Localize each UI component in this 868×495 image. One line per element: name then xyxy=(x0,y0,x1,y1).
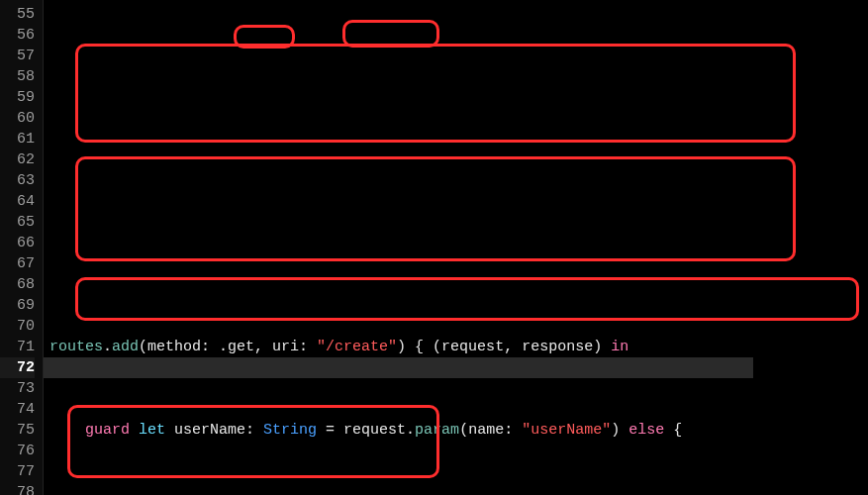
code-line: guard let userName: String = request.par… xyxy=(49,420,753,441)
annotation-box xyxy=(342,20,439,48)
annotation-box xyxy=(75,277,859,321)
current-line-highlight xyxy=(44,357,753,378)
code-editor[interactable]: 55 56 57 58 59 60 61 62 63 64 65 66 67 6… xyxy=(0,0,868,495)
line-number-gutter: 55 56 57 58 59 60 61 62 63 64 65 66 67 6… xyxy=(0,0,44,495)
annotation-box xyxy=(75,44,796,143)
code-line xyxy=(49,253,753,274)
annotation-box xyxy=(67,405,439,478)
annotation-box xyxy=(75,156,796,261)
code-line: routes.add(method: .get, uri: "/create")… xyxy=(49,337,753,357)
code-area[interactable]: routes.add(method: .get, uri: "/create")… xyxy=(44,0,753,495)
annotation-box xyxy=(234,25,295,49)
